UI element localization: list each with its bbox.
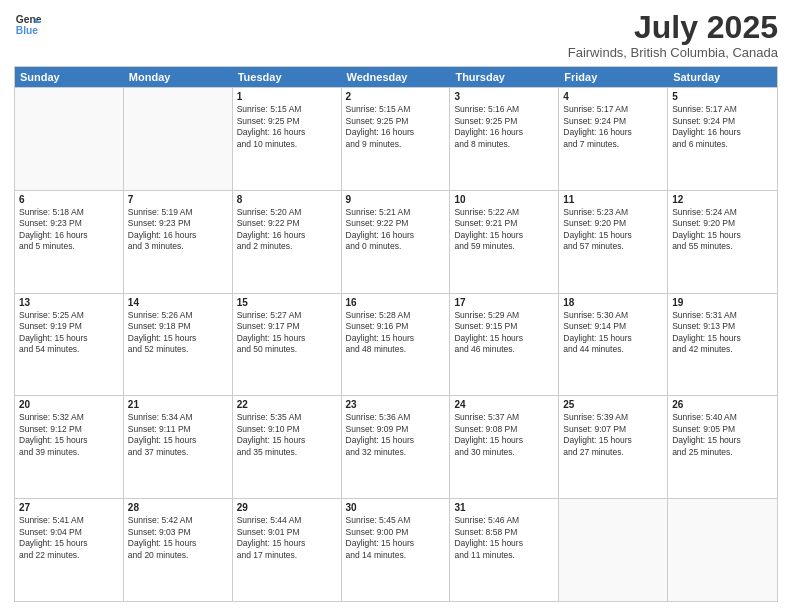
day-info: Sunrise: 5:39 AM Sunset: 9:07 PM Dayligh…: [563, 412, 663, 458]
day-info: Sunrise: 5:31 AM Sunset: 9:13 PM Dayligh…: [672, 310, 773, 356]
day-info: Sunrise: 5:28 AM Sunset: 9:16 PM Dayligh…: [346, 310, 446, 356]
weekday-header-wednesday: Wednesday: [342, 67, 451, 87]
weekday-header-thursday: Thursday: [450, 67, 559, 87]
day-number: 8: [237, 194, 337, 205]
calendar-cell: 13Sunrise: 5:25 AM Sunset: 9:19 PM Dayli…: [15, 294, 124, 396]
svg-text:Blue: Blue: [16, 25, 39, 36]
day-number: 25: [563, 399, 663, 410]
calendar-row-3: 20Sunrise: 5:32 AM Sunset: 9:12 PM Dayli…: [15, 395, 777, 498]
day-info: Sunrise: 5:32 AM Sunset: 9:12 PM Dayligh…: [19, 412, 119, 458]
day-number: 29: [237, 502, 337, 513]
calendar-row-1: 6Sunrise: 5:18 AM Sunset: 9:23 PM Daylig…: [15, 190, 777, 293]
day-info: Sunrise: 5:37 AM Sunset: 9:08 PM Dayligh…: [454, 412, 554, 458]
day-info: Sunrise: 5:30 AM Sunset: 9:14 PM Dayligh…: [563, 310, 663, 356]
day-number: 5: [672, 91, 773, 102]
day-info: Sunrise: 5:35 AM Sunset: 9:10 PM Dayligh…: [237, 412, 337, 458]
day-info: Sunrise: 5:45 AM Sunset: 9:00 PM Dayligh…: [346, 515, 446, 561]
day-info: Sunrise: 5:42 AM Sunset: 9:03 PM Dayligh…: [128, 515, 228, 561]
day-info: Sunrise: 5:15 AM Sunset: 9:25 PM Dayligh…: [237, 104, 337, 150]
calendar-body: 1Sunrise: 5:15 AM Sunset: 9:25 PM Daylig…: [15, 87, 777, 601]
calendar-row-4: 27Sunrise: 5:41 AM Sunset: 9:04 PM Dayli…: [15, 498, 777, 601]
day-number: 14: [128, 297, 228, 308]
calendar-row-0: 1Sunrise: 5:15 AM Sunset: 9:25 PM Daylig…: [15, 87, 777, 190]
day-number: 15: [237, 297, 337, 308]
calendar-cell: 19Sunrise: 5:31 AM Sunset: 9:13 PM Dayli…: [668, 294, 777, 396]
day-info: Sunrise: 5:23 AM Sunset: 9:20 PM Dayligh…: [563, 207, 663, 253]
calendar-cell: 29Sunrise: 5:44 AM Sunset: 9:01 PM Dayli…: [233, 499, 342, 601]
day-info: Sunrise: 5:46 AM Sunset: 8:58 PM Dayligh…: [454, 515, 554, 561]
day-info: Sunrise: 5:22 AM Sunset: 9:21 PM Dayligh…: [454, 207, 554, 253]
day-number: 3: [454, 91, 554, 102]
day-info: Sunrise: 5:18 AM Sunset: 9:23 PM Dayligh…: [19, 207, 119, 253]
calendar-cell: [559, 499, 668, 601]
day-info: Sunrise: 5:17 AM Sunset: 9:24 PM Dayligh…: [563, 104, 663, 150]
calendar-cell: 10Sunrise: 5:22 AM Sunset: 9:21 PM Dayli…: [450, 191, 559, 293]
day-number: 30: [346, 502, 446, 513]
calendar-cell: [124, 88, 233, 190]
page: General Blue July 2025 Fairwinds, Britis…: [0, 0, 792, 612]
calendar-cell: 9Sunrise: 5:21 AM Sunset: 9:22 PM Daylig…: [342, 191, 451, 293]
day-number: 27: [19, 502, 119, 513]
calendar-header: SundayMondayTuesdayWednesdayThursdayFrid…: [15, 67, 777, 87]
day-info: Sunrise: 5:25 AM Sunset: 9:19 PM Dayligh…: [19, 310, 119, 356]
day-number: 13: [19, 297, 119, 308]
calendar-cell: 6Sunrise: 5:18 AM Sunset: 9:23 PM Daylig…: [15, 191, 124, 293]
day-info: Sunrise: 5:15 AM Sunset: 9:25 PM Dayligh…: [346, 104, 446, 150]
day-number: 10: [454, 194, 554, 205]
day-info: Sunrise: 5:44 AM Sunset: 9:01 PM Dayligh…: [237, 515, 337, 561]
calendar-cell: 14Sunrise: 5:26 AM Sunset: 9:18 PM Dayli…: [124, 294, 233, 396]
calendar-cell: 11Sunrise: 5:23 AM Sunset: 9:20 PM Dayli…: [559, 191, 668, 293]
day-number: 16: [346, 297, 446, 308]
logo-icon: General Blue: [14, 10, 42, 38]
day-number: 2: [346, 91, 446, 102]
weekday-header-friday: Friday: [559, 67, 668, 87]
day-number: 6: [19, 194, 119, 205]
day-info: Sunrise: 5:36 AM Sunset: 9:09 PM Dayligh…: [346, 412, 446, 458]
calendar-cell: 2Sunrise: 5:15 AM Sunset: 9:25 PM Daylig…: [342, 88, 451, 190]
calendar: SundayMondayTuesdayWednesdayThursdayFrid…: [14, 66, 778, 602]
day-info: Sunrise: 5:24 AM Sunset: 9:20 PM Dayligh…: [672, 207, 773, 253]
weekday-header-monday: Monday: [124, 67, 233, 87]
header: General Blue July 2025 Fairwinds, Britis…: [14, 10, 778, 60]
day-info: Sunrise: 5:21 AM Sunset: 9:22 PM Dayligh…: [346, 207, 446, 253]
title-block: July 2025 Fairwinds, British Columbia, C…: [568, 10, 778, 60]
calendar-cell: 22Sunrise: 5:35 AM Sunset: 9:10 PM Dayli…: [233, 396, 342, 498]
calendar-cell: 24Sunrise: 5:37 AM Sunset: 9:08 PM Dayli…: [450, 396, 559, 498]
calendar-cell: [668, 499, 777, 601]
day-info: Sunrise: 5:17 AM Sunset: 9:24 PM Dayligh…: [672, 104, 773, 150]
day-info: Sunrise: 5:27 AM Sunset: 9:17 PM Dayligh…: [237, 310, 337, 356]
day-number: 23: [346, 399, 446, 410]
day-number: 12: [672, 194, 773, 205]
logo: General Blue: [14, 10, 42, 38]
calendar-cell: 23Sunrise: 5:36 AM Sunset: 9:09 PM Dayli…: [342, 396, 451, 498]
day-number: 9: [346, 194, 446, 205]
calendar-cell: 3Sunrise: 5:16 AM Sunset: 9:25 PM Daylig…: [450, 88, 559, 190]
day-info: Sunrise: 5:29 AM Sunset: 9:15 PM Dayligh…: [454, 310, 554, 356]
calendar-cell: 31Sunrise: 5:46 AM Sunset: 8:58 PM Dayli…: [450, 499, 559, 601]
calendar-cell: 18Sunrise: 5:30 AM Sunset: 9:14 PM Dayli…: [559, 294, 668, 396]
calendar-cell: 8Sunrise: 5:20 AM Sunset: 9:22 PM Daylig…: [233, 191, 342, 293]
weekday-header-tuesday: Tuesday: [233, 67, 342, 87]
day-number: 11: [563, 194, 663, 205]
day-number: 18: [563, 297, 663, 308]
calendar-cell: 15Sunrise: 5:27 AM Sunset: 9:17 PM Dayli…: [233, 294, 342, 396]
day-number: 26: [672, 399, 773, 410]
day-info: Sunrise: 5:20 AM Sunset: 9:22 PM Dayligh…: [237, 207, 337, 253]
calendar-row-2: 13Sunrise: 5:25 AM Sunset: 9:19 PM Dayli…: [15, 293, 777, 396]
calendar-cell: 20Sunrise: 5:32 AM Sunset: 9:12 PM Dayli…: [15, 396, 124, 498]
day-info: Sunrise: 5:41 AM Sunset: 9:04 PM Dayligh…: [19, 515, 119, 561]
calendar-cell: [15, 88, 124, 190]
day-number: 22: [237, 399, 337, 410]
day-info: Sunrise: 5:40 AM Sunset: 9:05 PM Dayligh…: [672, 412, 773, 458]
calendar-cell: 1Sunrise: 5:15 AM Sunset: 9:25 PM Daylig…: [233, 88, 342, 190]
day-number: 28: [128, 502, 228, 513]
calendar-cell: 30Sunrise: 5:45 AM Sunset: 9:00 PM Dayli…: [342, 499, 451, 601]
day-number: 7: [128, 194, 228, 205]
day-number: 1: [237, 91, 337, 102]
calendar-cell: 21Sunrise: 5:34 AM Sunset: 9:11 PM Dayli…: [124, 396, 233, 498]
location-subtitle: Fairwinds, British Columbia, Canada: [568, 45, 778, 60]
day-info: Sunrise: 5:26 AM Sunset: 9:18 PM Dayligh…: [128, 310, 228, 356]
calendar-cell: 17Sunrise: 5:29 AM Sunset: 9:15 PM Dayli…: [450, 294, 559, 396]
svg-text:General: General: [16, 14, 42, 25]
day-number: 21: [128, 399, 228, 410]
